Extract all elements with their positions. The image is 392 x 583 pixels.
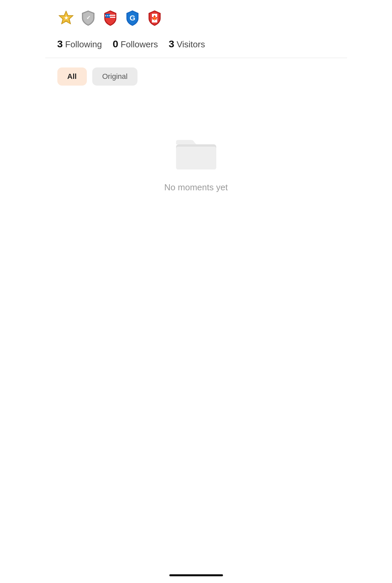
filter-all-button[interactable]: All xyxy=(57,67,87,86)
svg-text:✓: ✓ xyxy=(86,15,90,20)
empty-state: No moments yet xyxy=(45,92,347,213)
svg-text:★★★: ★★★ xyxy=(105,14,111,17)
visitors-label: Visitors xyxy=(177,39,205,50)
following-count: 3 xyxy=(57,39,63,49)
svg-rect-12 xyxy=(176,147,216,169)
empty-folder-icon xyxy=(173,133,220,173)
svg-text:G: G xyxy=(129,14,135,22)
svg-text:🍁: 🍁 xyxy=(151,15,158,21)
gold-star-badge[interactable]: ★ xyxy=(57,9,75,27)
home-indicator xyxy=(169,574,223,576)
stats-section: 3 Following 0 Followers 3 Visitors xyxy=(45,33,347,58)
empty-message: No moments yet xyxy=(164,182,228,193)
followers-stat[interactable]: 0 Followers xyxy=(113,39,158,50)
followers-label: Followers xyxy=(121,39,158,50)
following-stat[interactable]: 3 Following xyxy=(57,39,102,50)
visitors-count: 3 xyxy=(169,39,174,49)
filter-original-button[interactable]: Original xyxy=(92,67,138,86)
following-label: Following xyxy=(65,39,102,50)
svg-text:★: ★ xyxy=(64,15,68,20)
filter-section: All Original xyxy=(45,58,347,92)
canada-flag-badge[interactable]: 🍁 xyxy=(146,9,163,27)
us-flag-badge[interactable]: ★★★ xyxy=(102,9,119,27)
gray-shield-badge[interactable]: ✓ xyxy=(79,9,97,27)
blue-b-badge[interactable]: G xyxy=(124,9,141,27)
badges-section: ★ ✓ ★★★ G xyxy=(45,0,347,33)
visitors-stat[interactable]: 3 Visitors xyxy=(169,39,205,50)
followers-count: 0 xyxy=(113,39,118,49)
